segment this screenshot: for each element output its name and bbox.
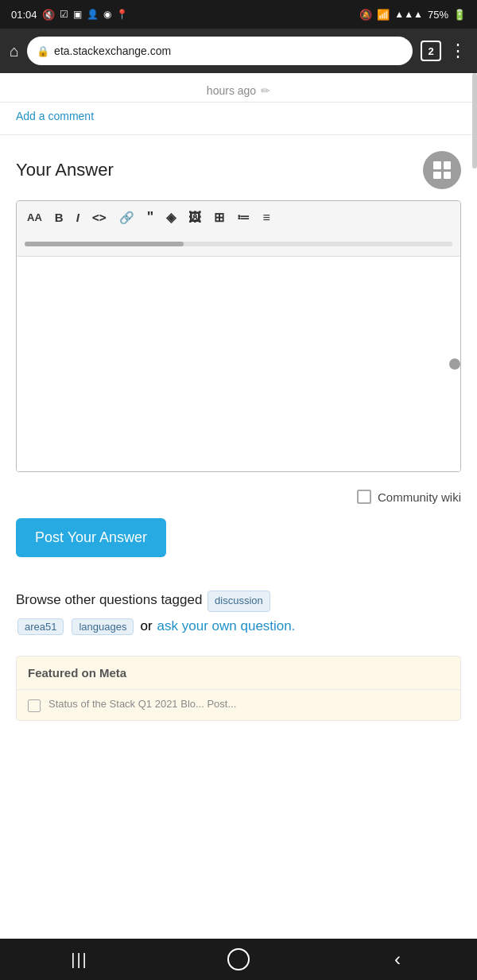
browser-menu-icon[interactable]: ⋮ bbox=[449, 41, 467, 61]
featured-section: Featured on Meta Status of the Stack Q1 … bbox=[16, 656, 461, 721]
toolbar-unordered-list[interactable]: ≡ bbox=[260, 209, 272, 227]
camera-icon: ◉ bbox=[103, 9, 111, 20]
url-bar[interactable]: 🔒 eta.stackexchange.com bbox=[27, 37, 413, 65]
add-comment-link[interactable]: Add a comment bbox=[16, 110, 94, 122]
toolbar-scroll-thumb bbox=[25, 242, 184, 246]
browser-bar: ⌂ 🔒 eta.stackexchange.com 2 ⋮ bbox=[0, 29, 477, 73]
ask-own-question-link[interactable]: ask your own question. bbox=[157, 618, 296, 634]
silent-icon: 🔕 bbox=[359, 9, 372, 21]
home-circle-icon bbox=[227, 948, 250, 970]
your-answer-header: Your Answer bbox=[16, 151, 461, 189]
browse-prefix: Browse other questions tagged bbox=[16, 592, 202, 607]
your-answer-title: Your Answer bbox=[16, 160, 114, 180]
url-text: eta.stackexchange.com bbox=[54, 45, 171, 57]
toolbar-font-size[interactable]: AA bbox=[25, 210, 45, 225]
featured-item: Status of the Stack Q1 2021 Blo... Post.… bbox=[17, 690, 460, 720]
toolbar-image[interactable]: 🖼 bbox=[186, 209, 204, 227]
nav-back-button[interactable]: ‹ bbox=[374, 943, 421, 975]
browse-text: Browse other questions tagged discussion bbox=[16, 589, 461, 612]
page-scrollbar bbox=[472, 73, 477, 168]
community-wiki-label: Community wiki bbox=[378, 490, 461, 504]
grid-icon bbox=[433, 161, 451, 179]
toolbar-inline-code[interactable]: <> bbox=[90, 209, 109, 227]
featured-item-checkbox bbox=[28, 699, 41, 712]
editor-container: AA B I <> 🔗 " ◈ 🖼 ⊞ ≔ ≡ bbox=[16, 200, 461, 472]
toolbar-ordered-list[interactable]: ≔ bbox=[235, 208, 252, 227]
toolbar-blockquote[interactable]: " bbox=[145, 207, 157, 227]
toolbar-code-block[interactable]: ◈ bbox=[164, 208, 178, 227]
location-icon: 📍 bbox=[116, 9, 128, 20]
toolbar-bold[interactable]: B bbox=[52, 209, 66, 226]
status-left: 01:04 🔇 ☑ ▣ 👤 ◉ 📍 bbox=[11, 9, 128, 21]
browse-tags-row: area51 languages or ask your own questio… bbox=[16, 618, 461, 635]
toolbar-scroll-track bbox=[25, 242, 452, 246]
post-answer-button[interactable]: Post Your Answer bbox=[16, 518, 166, 557]
page-content: hours ago ✏ Add a comment Your Answer AA… bbox=[0, 73, 477, 777]
lock-icon: 🔒 bbox=[37, 45, 49, 57]
toolbar-table[interactable]: ⊞ bbox=[211, 208, 227, 227]
person-icon: 👤 bbox=[87, 9, 99, 20]
menu-lines-icon: ||| bbox=[71, 951, 88, 969]
editor-scrollbar-thumb bbox=[449, 358, 460, 370]
your-answer-section: Your Answer AA B I <> 🔗 " ◈ 🖼 bbox=[0, 135, 477, 480]
grid-button[interactable] bbox=[423, 151, 461, 189]
toolbar-link[interactable]: 🔗 bbox=[117, 209, 137, 227]
screen-icon: ▣ bbox=[73, 9, 82, 20]
featured-item-text: Status of the Stack Q1 2021 Blo... Post.… bbox=[48, 698, 236, 710]
nav-home-button[interactable] bbox=[215, 943, 262, 975]
tag-badge-area51[interactable]: area51 bbox=[17, 618, 64, 635]
status-right: 🔕 📶 ▲▲▲ 75% 🔋 bbox=[359, 9, 466, 21]
wifi-icon: 📶 bbox=[377, 9, 390, 21]
checkbox-icon: ☑ bbox=[60, 9, 68, 20]
hours-ago-text: hours ago bbox=[207, 84, 256, 97]
featured-header: Featured on Meta bbox=[17, 657, 460, 690]
signal-icon: ▲▲▲ bbox=[394, 9, 423, 20]
browse-or: or bbox=[140, 618, 152, 634]
hours-ago-section: hours ago ✏ bbox=[0, 73, 477, 103]
community-wiki-checkbox[interactable] bbox=[357, 490, 371, 504]
status-bar: 01:04 🔇 ☑ ▣ 👤 ◉ 📍 🔕 📶 ▲▲▲ 75% 🔋 bbox=[0, 0, 477, 29]
tag-badge-languages[interactable]: languages bbox=[72, 618, 134, 635]
battery: 75% bbox=[428, 9, 448, 21]
bottom-nav: ||| ‹ bbox=[0, 939, 477, 980]
community-wiki-row: Community wiki bbox=[0, 480, 477, 513]
nav-menu-button[interactable]: ||| bbox=[56, 943, 103, 975]
battery-icon: 🔋 bbox=[453, 9, 466, 21]
edit-icon[interactable]: ✏ bbox=[261, 84, 270, 97]
time: 01:04 bbox=[11, 9, 37, 21]
browse-section: Browse other questions tagged discussion… bbox=[0, 573, 477, 643]
mute-icon: 🔇 bbox=[42, 9, 55, 21]
post-answer-section: Post Your Answer bbox=[0, 513, 477, 573]
tag-badge-discussion[interactable]: discussion bbox=[207, 591, 270, 612]
add-comment-section: Add a comment bbox=[0, 103, 477, 135]
editor-body[interactable] bbox=[17, 257, 460, 471]
tab-count[interactable]: 2 bbox=[421, 41, 441, 61]
back-chevron-icon: ‹ bbox=[394, 948, 401, 970]
home-icon[interactable]: ⌂ bbox=[10, 42, 19, 60]
editor-toolbar: AA B I <> 🔗 " ◈ 🖼 ⊞ ≔ ≡ bbox=[17, 201, 460, 257]
toolbar-italic[interactable]: I bbox=[74, 209, 82, 226]
